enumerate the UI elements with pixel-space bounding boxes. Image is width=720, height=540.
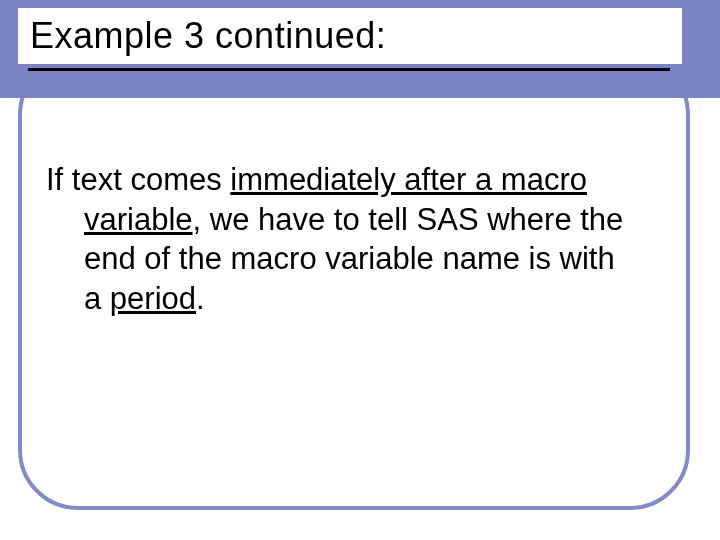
body-text-3: end of the macro variable name is with (84, 241, 615, 276)
body-underline-1: immediately after a macro (230, 162, 587, 197)
body-underline-3: period (110, 281, 196, 316)
slide-body: If text comes immediately after a macro … (46, 160, 666, 319)
body-underline-2: variable (84, 202, 193, 237)
slide-title: Example 3 continued: (30, 15, 386, 57)
body-text-5: . (196, 281, 205, 316)
body-paragraph: If text comes immediately after a macro … (46, 160, 666, 319)
body-text-2: , we have to tell SAS where the (193, 202, 624, 237)
title-container: Example 3 continued: (18, 8, 682, 64)
body-text-4: a (84, 281, 110, 316)
title-underline (28, 68, 670, 71)
body-text-1: If text comes (46, 162, 230, 197)
